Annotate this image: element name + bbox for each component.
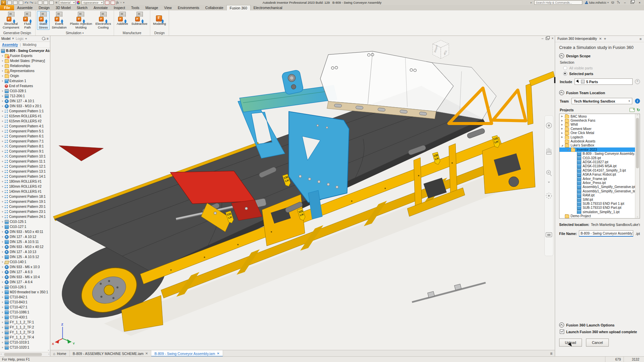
project-item[interactable]: Autodesk Assets <box>559 139 635 143</box>
launch-checkbox-row[interactable]: Launch Fusion 360 when upload complete <box>560 329 640 334</box>
tree-item[interactable]: DIN 125 - A 10.5:11 <box>0 239 50 244</box>
project-item[interactable]: ▶ BAC Mono <box>559 114 635 118</box>
project-item[interactable]: ▶ Whill <box>559 123 635 127</box>
tree-item[interactable]: Component Pattern 18:1 <box>0 194 50 199</box>
tree-item[interactable]: DIN 127 - A 6:3 <box>0 269 50 275</box>
expand-plus-icon[interactable] <box>1 255 4 259</box>
tree-item[interactable]: 615mm ROLLERS #2 <box>0 119 50 124</box>
expand-plus-icon[interactable] <box>1 321 4 324</box>
ribbon-button[interactable]: Additive <box>115 11 129 26</box>
expand-plus-icon[interactable] <box>1 291 4 294</box>
browser-tab-model[interactable]: Model <box>1 37 10 41</box>
project-item[interactable]: ◢ Inventor 2023 <box>559 147 635 152</box>
expand-plus-icon[interactable] <box>1 59 4 63</box>
project-item[interactable]: ASKA Fanuc Robot.ipt <box>559 172 635 176</box>
tree-item[interactable]: Origin <box>0 73 50 78</box>
graphics-viewport[interactable]: – × <box>50 36 555 350</box>
tab-close-icon[interactable]: ✕ <box>217 352 219 355</box>
color-wheel-icon[interactable] <box>77 1 80 4</box>
expand-plus-icon[interactable] <box>1 341 4 344</box>
project-item[interactable]: Arbor_Press.ipt <box>559 181 635 185</box>
minimize-button[interactable]: – <box>623 1 627 4</box>
ribbon-button[interactable]: EventSimulation <box>50 11 68 30</box>
ribbon-tab[interactable]: Design <box>36 5 53 10</box>
tree-item[interactable]: CT10-1086:1 <box>0 310 50 315</box>
tree-item[interactable]: DIN 127 - A 10:12 <box>0 234 50 239</box>
ribbon-tab[interactable]: Inspect <box>111 5 128 10</box>
expand-plus-icon[interactable] <box>1 346 4 349</box>
conveyor-3d-model[interactable]: 115LH 130LH 115LH 130LH 115LH <box>50 36 555 350</box>
checkbox-icon[interactable] <box>560 329 564 334</box>
expand-plus-icon[interactable] <box>1 150 4 153</box>
scroll-up-icon[interactable]: ⌃ <box>635 114 640 117</box>
ribbon-tab[interactable]: Environments <box>175 5 202 10</box>
tree-item[interactable]: Fusion Exports <box>0 53 50 58</box>
tree-item[interactable]: Component Pattern 19:1 <box>0 199 50 204</box>
tree-item[interactable]: Component Pattern 4:1 <box>0 124 50 129</box>
ribbon-tab[interactable]: Tools <box>128 5 143 10</box>
expand-arrow-icon[interactable]: ◢ <box>567 148 570 151</box>
ribbon-tab[interactable]: Annotate <box>91 5 111 10</box>
viewport-close-icon[interactable]: × <box>551 37 553 40</box>
tree-item[interactable]: Component Pattern 12:1 <box>0 164 50 169</box>
fx-parameters-icon[interactable]: fx <box>116 1 119 4</box>
viewcube[interactable]: RIGHT TOP <box>433 40 449 59</box>
tree-item[interactable]: Component Pattern 9:1 <box>0 149 50 154</box>
panel-menu-icon[interactable]: ≡ <box>640 37 642 41</box>
ribbon-tab[interactable]: Manage <box>142 5 161 10</box>
redo-icon[interactable]: ↷▾ <box>30 1 33 4</box>
expand-plus-icon[interactable] <box>1 245 4 249</box>
expand-plus-icon[interactable] <box>1 281 4 284</box>
expand-plus-icon[interactable] <box>1 89 4 93</box>
gear-icon[interactable]: ✳ <box>55 1 58 4</box>
tree-item[interactable]: Component Pattern 20:1 <box>0 204 50 209</box>
expand-plus-icon[interactable] <box>1 306 4 309</box>
project-item[interactable]: ADSK-011827.ipt <box>559 160 635 164</box>
tree-item[interactable]: CT10-1019:1 <box>0 340 50 345</box>
browser-tab-add-icon[interactable]: + <box>25 37 27 41</box>
projects-scrollbar[interactable]: ⌃ ⌄ <box>635 114 640 218</box>
project-item[interactable]: ◢ Luke's Sandbox <box>559 143 635 147</box>
expand-plus-icon[interactable] <box>1 316 4 319</box>
tree-item[interactable]: Representations <box>0 68 50 73</box>
expand-plus-icon[interactable] <box>1 145 4 148</box>
project-item[interactable]: B-809 - Swing Conveyor Assembly.ipt <box>559 152 635 156</box>
expand-plus-icon[interactable] <box>1 225 4 229</box>
panel-tab-close-icon[interactable]: ✕ <box>599 37 602 41</box>
expand-arrow-icon[interactable]: ▶ <box>561 132 564 134</box>
project-item[interactable]: RAM.ipt <box>559 193 635 197</box>
expand-arrow-icon[interactable]: ▶ <box>561 123 564 126</box>
upload-button[interactable]: Upload <box>559 339 582 347</box>
ribbon-button[interactable]: Subtractive <box>130 11 149 26</box>
project-item[interactable]: Ct10-328.ipt <box>559 156 635 160</box>
new-folder-icon[interactable] <box>630 108 635 112</box>
save-icon[interactable] <box>19 1 23 5</box>
adjust-appearance-icon[interactable] <box>105 1 109 5</box>
expand-plus-icon[interactable] <box>1 265 4 269</box>
tree-item[interactable]: Model States: [Primary] <box>0 58 50 63</box>
tree-item[interactable]: 180mm ROLLERS #1 <box>0 179 50 184</box>
collapse-chevron-icon[interactable] <box>559 90 564 95</box>
browser-subtab-modeling[interactable]: Modeling <box>23 43 37 47</box>
tab-list-menu-icon[interactable]: ≡ <box>550 351 555 356</box>
expand-plus-icon[interactable] <box>1 110 4 113</box>
home-icon[interactable]: ⌂ <box>35 1 37 4</box>
tree-item[interactable]: 140mm ROLLERS #1 <box>0 189 50 194</box>
open-file-icon[interactable] <box>13 1 17 5</box>
doc-tab[interactable]: B-809 - ASSEMBLY MACHINE SCHEME.iam✕ <box>70 350 152 357</box>
team-dropdown[interactable]: Tech Marketing Sandbox ▾ <box>572 98 632 104</box>
navigation-bar[interactable] <box>544 115 553 256</box>
tree-scroll-up-icon[interactable]: ⌃ <box>47 49 50 52</box>
ribbon-group-label[interactable]: Simulation▾ <box>36 31 114 36</box>
viewport-restore-icon[interactable] <box>546 37 549 40</box>
cancel-button[interactable]: Cancel <box>586 339 609 347</box>
scrollbar-thumb[interactable] <box>4 353 42 356</box>
browser-tab-close-icon[interactable]: ✕ <box>12 37 14 40</box>
ribbon-button[interactable]: FluidPath <box>21 11 34 30</box>
tree-item[interactable]: 712-206:1 <box>0 94 50 99</box>
ribbon-button[interactable]: Plastic InjectionMolding <box>68 11 93 30</box>
ribbon-tab[interactable]: Electromechanical <box>251 5 285 10</box>
expand-arrow-icon[interactable]: ▶ <box>561 119 564 122</box>
project-item[interactable]: ADSK-014167_Simplify_3.ipt <box>559 168 635 172</box>
info-icon[interactable]: i <box>635 99 640 104</box>
